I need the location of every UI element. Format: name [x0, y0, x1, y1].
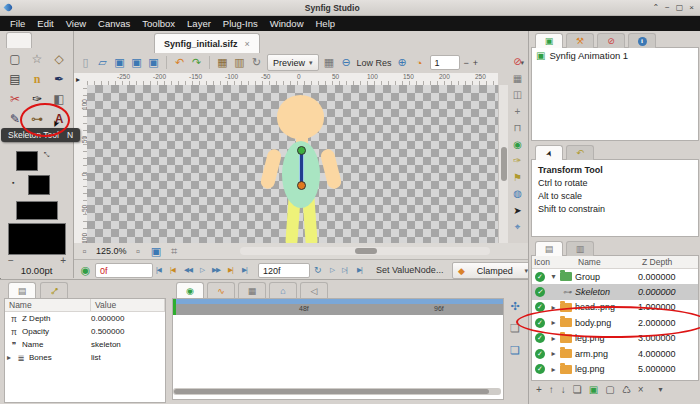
- new-layer-button[interactable]: +: [536, 384, 542, 395]
- param-value[interactable]: list: [91, 353, 165, 362]
- scrollbar-thumb[interactable]: [355, 248, 377, 254]
- layer-enabled-check[interactable]: ✓: [535, 364, 545, 374]
- sets-tab[interactable]: ▥: [566, 241, 594, 256]
- param-value[interactable]: 0.000000: [91, 314, 165, 323]
- maximize-button[interactable]: ▢: [676, 3, 684, 12]
- brush-tool[interactable]: ✑: [26, 89, 48, 109]
- outline-color-swatch[interactable]: [16, 151, 38, 171]
- keyframe-toggle-icon[interactable]: ◉: [79, 264, 92, 277]
- param-value[interactable]: skeleton: [91, 340, 165, 349]
- new-document-icon[interactable]: ▯: [79, 56, 92, 69]
- swap-colors-icon[interactable]: ⤡: [44, 151, 50, 159]
- layer-name[interactable]: arm.png: [575, 349, 638, 359]
- save-as-icon[interactable]: ▣: [130, 56, 143, 69]
- bone-tip-handle[interactable]: [297, 181, 306, 190]
- toolbox-tab[interactable]: [6, 32, 32, 48]
- layer-name[interactable]: leg.png: [575, 364, 638, 374]
- future-keyframe-icon[interactable]: ⚑: [511, 170, 524, 185]
- rollup-button[interactable]: ⌃: [652, 3, 659, 12]
- timetrack-ruler[interactable]: 48f 96f: [173, 299, 503, 315]
- skeleton-tool[interactable]: ⊶: [26, 109, 48, 129]
- layer-row-group[interactable]: ✓ ▾ Group 0.000000: [532, 269, 698, 284]
- zoom-in-icon[interactable]: ⊕: [396, 56, 409, 69]
- layer-name[interactable]: Group: [575, 272, 638, 282]
- bone-mode-icon[interactable]: ⌖: [511, 219, 524, 234]
- layers-more-caret-icon[interactable]: ▾: [659, 385, 663, 394]
- layer-row-head[interactable]: ✓ ▸ head..png 1.000000: [532, 300, 698, 315]
- quality-plus-button[interactable]: +: [473, 58, 478, 68]
- expander-icon[interactable]: ▸: [548, 303, 559, 312]
- render-indicator-icon[interactable]: ⊘: [511, 54, 524, 69]
- param-row-opacity[interactable]: πOpacity 0.500000: [5, 325, 165, 338]
- keyframes-tab[interactable]: ⊶: [40, 282, 68, 298]
- canvas-horizontal-scrollbar[interactable]: [240, 247, 490, 255]
- expander-icon[interactable]: ▸: [5, 353, 13, 362]
- current-time-field[interactable]: 0f: [95, 263, 153, 278]
- undo-icon[interactable]: ↶: [173, 56, 186, 69]
- zoom-fit-icon[interactable]: ▣: [150, 245, 163, 258]
- canvas-item[interactable]: ▣ Synfig Animation 1: [532, 48, 698, 63]
- low-res-label[interactable]: Low Res: [357, 58, 392, 68]
- zoom-out-icon[interactable]: ⊖: [340, 56, 353, 69]
- tool-options-tab[interactable]: ➤: [535, 145, 563, 160]
- gradient-swatch[interactable]: [16, 201, 58, 220]
- tab-close-icon[interactable]: ×: [245, 39, 250, 49]
- menu-plugins[interactable]: Plug-Ins: [217, 18, 264, 29]
- onion-skin-icon[interactable]: ⊓: [511, 120, 524, 135]
- delete-layer-button[interactable]: ♺: [622, 384, 631, 395]
- param-row-zdepth[interactable]: πZ Depth 0.000000: [5, 312, 165, 325]
- copy-track-icon[interactable]: ❏: [509, 322, 522, 335]
- brush-preview[interactable]: [8, 223, 66, 255]
- loop-button[interactable]: ↻: [314, 265, 321, 275]
- character-arm-right[interactable]: [319, 148, 342, 190]
- ungroup-button[interactable]: ▢: [605, 384, 614, 395]
- redo-icon[interactable]: ↷: [190, 56, 203, 69]
- star-tool[interactable]: ☆: [26, 49, 48, 69]
- minimize-button[interactable]: −: [665, 3, 670, 12]
- menu-toolbox[interactable]: Toolbox: [136, 18, 181, 29]
- history-panel-tab[interactable]: ⊘: [597, 33, 625, 48]
- polygon-tool[interactable]: ◇: [48, 49, 70, 69]
- snap-keyframes-icon[interactable]: ✣: [509, 300, 522, 313]
- next-frame-button[interactable]: ▶▶: [212, 266, 220, 274]
- quality-minus-button[interactable]: −: [464, 58, 469, 68]
- canvas-browser-tab[interactable]: ▣: [535, 33, 563, 48]
- fill-color-swatch[interactable]: [28, 175, 50, 195]
- params-tab[interactable]: ▤: [8, 282, 36, 298]
- lower-layer-button[interactable]: ↓: [561, 384, 566, 395]
- set-valuenode-button[interactable]: Set ValueNode...: [376, 265, 443, 275]
- paste-track-icon[interactable]: ❏: [509, 344, 522, 357]
- prev-frame-button[interactable]: ◀◀: [184, 266, 192, 274]
- zoom-norm-icon[interactable]: ▫: [132, 245, 145, 257]
- snap-grid-icon[interactable]: ◫: [511, 87, 524, 102]
- document-tab[interactable]: Synfig_initial.sifz ×: [154, 33, 260, 53]
- group-layers-button[interactable]: ▣: [589, 384, 598, 395]
- cut-layer-button[interactable]: ×: [638, 384, 644, 395]
- character-head[interactable]: [277, 95, 324, 139]
- canvas-workarea[interactable]: [87, 85, 498, 243]
- refresh-icon[interactable]: ↻: [250, 56, 263, 69]
- bounds-upper-button[interactable]: ▶|: [357, 266, 362, 274]
- save-all-icon[interactable]: ▣: [147, 56, 160, 69]
- layer-row-body[interactable]: ✓ ▸ body.png 2.000000: [532, 315, 698, 330]
- layer-row-skeleton[interactable]: ✓ ⊶ Skeleton 0.000000: [532, 284, 698, 299]
- layer-enabled-check[interactable]: ✓: [535, 302, 545, 312]
- expander-icon[interactable]: ▸: [548, 334, 559, 343]
- fullscreen-icon[interactable]: ⌗: [168, 245, 181, 258]
- seek-begin-button[interactable]: |◀: [156, 266, 161, 274]
- layer-row-leg1[interactable]: ✓ ▸ leg.png 3.000000: [532, 331, 698, 346]
- timetrack-tab[interactable]: ◉: [176, 282, 204, 298]
- canvas-tab2[interactable]: ⌂: [269, 282, 297, 298]
- param-value[interactable]: 0.500000: [91, 327, 165, 336]
- open-document-icon[interactable]: ▱: [96, 56, 109, 69]
- preview-window-icon[interactable]: ▥: [233, 56, 246, 69]
- play-bounds-button[interactable]: ▷: [330, 266, 334, 274]
- param-row-bones[interactable]: ▸≣Bones list: [5, 351, 165, 364]
- info-tab[interactable]: i: [628, 33, 656, 48]
- spline-tool[interactable]: n: [26, 69, 48, 89]
- bone-origin-handle[interactable]: [297, 146, 306, 155]
- scrollbar-thumb[interactable]: [174, 389, 489, 394]
- rectangle-tool[interactable]: ▢: [4, 49, 26, 69]
- layer-name[interactable]: leg.png: [575, 333, 638, 343]
- timetrack-area[interactable]: 48f 96f: [172, 298, 504, 400]
